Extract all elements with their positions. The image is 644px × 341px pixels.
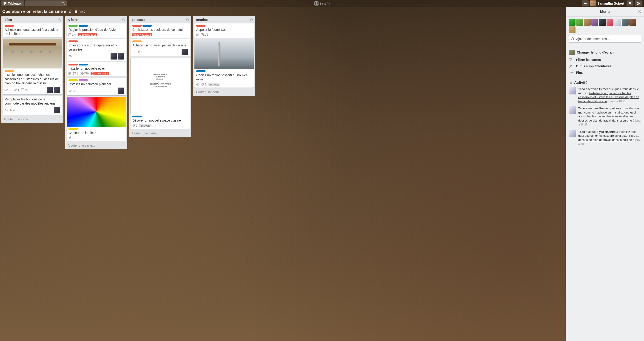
label-blue[interactable]	[78, 64, 88, 66]
label-red[interactable]	[68, 64, 78, 66]
settings-button[interactable]	[635, 0, 642, 6]
attachment-badge: 2	[132, 124, 138, 127]
board-member-avatar[interactable]	[622, 19, 628, 26]
label-purple[interactable]	[78, 79, 88, 81]
card-members	[110, 53, 124, 60]
notifications-button[interactable]	[626, 0, 634, 6]
list-title[interactable]: Idées	[4, 18, 12, 22]
menu-item-background[interactable]: Changer le fond d'écran	[568, 48, 641, 56]
board-member-avatar[interactable]	[568, 19, 576, 26]
search-input[interactable]	[25, 0, 67, 6]
card[interactable]: Choisir un robinet assorti au nouvel évi…	[194, 39, 254, 87]
card-labels	[68, 79, 124, 81]
activity-link[interactable]: Installez que quoi accrocher les cassero…	[578, 111, 636, 122]
add-card-button[interactable]: Ajouter une carte…	[2, 116, 64, 123]
board-member-avatar[interactable]	[584, 19, 591, 26]
brand-logo[interactable]: Trello	[314, 1, 330, 6]
list-menu-button[interactable]	[186, 18, 189, 21]
add-card-button[interactable]: Ajouter une carte…	[193, 88, 255, 96]
list-menu-button[interactable]	[58, 18, 61, 21]
menu-close-button[interactable]	[638, 10, 641, 13]
list-title[interactable]: À faire	[68, 18, 78, 22]
board-member-avatar[interactable]	[591, 19, 598, 26]
add-card-button[interactable]: Ajouter une carte…	[65, 142, 127, 149]
board-title[interactable]: Opération « on refait la cuisine »	[2, 9, 66, 14]
star-button[interactable]	[68, 10, 72, 13]
card[interactable]: Appeler le fournisseur 1/2	[194, 24, 254, 38]
label-yellow[interactable]	[68, 79, 78, 81]
user-avatar[interactable]	[590, 0, 596, 6]
label-orange[interactable]	[132, 40, 142, 42]
card[interactable]: Décorer un nouvel espace cuisine 2 1 vot…	[130, 58, 190, 128]
add-button[interactable]	[582, 0, 588, 6]
card[interactable]: Achetez un rideau assorti à la couleur d…	[3, 24, 62, 37]
card-badges: 1	[68, 136, 124, 140]
privacy-button[interactable]: Privé	[75, 10, 85, 13]
boards-button[interactable]: Tableaux	[1, 0, 24, 6]
activity-header: Activité	[568, 81, 641, 85]
label-green[interactable]	[68, 25, 78, 27]
activity-title: Activité	[574, 81, 588, 85]
username[interactable]: Samantha Gobert	[597, 2, 624, 5]
card[interactable]: Choisissez les couleurs du comptoir 27 n…	[130, 24, 190, 38]
activity-text: Taco a ajouté Fyza Hashim à Installez qu…	[578, 130, 641, 146]
add-card-button[interactable]: Ajouter une carte…	[129, 130, 191, 137]
board-member-avatar[interactable]	[606, 19, 614, 26]
label-yellow[interactable]	[68, 128, 78, 130]
menu-item-more[interactable]: ⋯ Plus	[568, 70, 641, 76]
brand-text: Trello	[320, 1, 330, 6]
svg-point-45	[572, 38, 573, 39]
label-blue[interactable]	[142, 25, 152, 27]
board-canvas: Idées Achetez un rideau assorti à la cou…	[0, 16, 644, 341]
label-red[interactable]	[196, 25, 206, 27]
card-labels	[68, 128, 124, 130]
card[interactable]: Remplacer les boutons de la commode par …	[3, 96, 62, 115]
label-blue[interactable]	[78, 25, 88, 27]
vote-badge[interactable]: 1 vote	[208, 83, 220, 86]
label-blue[interactable]	[196, 70, 206, 72]
label-orange[interactable]	[4, 70, 14, 72]
card[interactable]: Installez un nouveau plancher	[67, 78, 126, 95]
member-avatar[interactable]	[47, 87, 53, 93]
checklist-badge: 0/10	[80, 72, 89, 75]
card-title: Choisissez les couleurs du comptoir	[132, 28, 188, 32]
label-red[interactable]	[132, 25, 142, 27]
card[interactable]: Installez que quoi accrocher les cassero…	[3, 38, 62, 94]
list-menu-button[interactable]	[250, 18, 253, 21]
menu-header: Menu	[566, 7, 644, 16]
board-member-avatar[interactable]	[568, 26, 576, 33]
board-member-avatar[interactable]	[599, 19, 606, 26]
activity-avatar[interactable]	[568, 130, 576, 137]
label-red[interactable]	[4, 25, 14, 27]
board-member-avatar[interactable]	[576, 19, 583, 26]
card-members	[118, 88, 124, 94]
card[interactable]: Enlevez le vieux réfrigérateur et la cui…	[67, 39, 126, 61]
card[interactable]: Régler la pression d'eau de l'évier 0/4 …	[67, 24, 126, 38]
label-blue[interactable]	[132, 116, 142, 118]
card-title: Choisir un robinet assorti au nouvel évi…	[196, 73, 252, 81]
card[interactable]: Installer un nouvelle évier 1 0/10 4 nov…	[67, 62, 126, 76]
members-grid	[568, 19, 641, 33]
list-title[interactable]: Terminé !	[195, 18, 210, 22]
board-member-avatar[interactable]	[614, 19, 621, 26]
vote-badge[interactable]: 1 vote	[139, 124, 152, 127]
add-members-button[interactable]: Ajouter des membres…	[568, 35, 641, 42]
top-header: Tableaux Trello Samantha Gobert	[0, 0, 644, 7]
member-avatar[interactable]	[54, 87, 60, 93]
activity-avatar[interactable]	[568, 106, 576, 114]
member-avatar[interactable]	[54, 107, 60, 113]
activity-avatar[interactable]	[568, 87, 576, 94]
menu-item-tools[interactable]: Outils supplémentaires	[568, 63, 641, 70]
card[interactable]: Acheter un nouveau panier de cuisine 1	[130, 39, 190, 56]
member-avatar[interactable]	[118, 88, 124, 94]
list-title[interactable]: En cours	[132, 18, 145, 22]
menu-item-filter[interactable]: Filtrer les cartes	[568, 56, 641, 63]
member-avatar[interactable]	[110, 53, 117, 60]
board-member-avatar[interactable]	[629, 19, 636, 26]
member-avatar[interactable]	[182, 49, 188, 55]
comments-badge: 1	[73, 72, 78, 75]
card[interactable]: Couleur de la pièce 1	[67, 97, 126, 141]
member-avatar[interactable]	[118, 53, 124, 60]
label-red[interactable]	[68, 40, 78, 42]
list-menu-button[interactable]	[122, 18, 125, 21]
